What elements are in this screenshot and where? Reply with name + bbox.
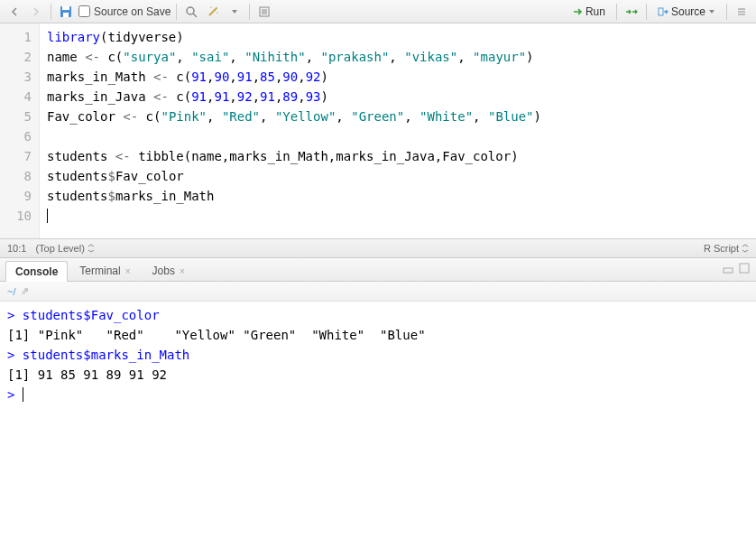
source-button[interactable]: Source: [652, 4, 721, 20]
line-gutter: 12345678910: [0, 23, 40, 238]
separator: [616, 4, 617, 20]
svg-line-5: [209, 8, 217, 15]
close-icon[interactable]: ×: [180, 266, 185, 276]
svg-point-3: [187, 7, 194, 14]
file-type-selector[interactable]: R Script: [704, 243, 749, 254]
tab-jobs-label: Jobs: [152, 265, 175, 277]
editor-statusbar: 10:1 (Top Level) R Script: [0, 238, 756, 258]
source-on-save-checkbox[interactable]: Source on Save: [78, 5, 171, 18]
separator: [176, 4, 177, 20]
source-label: Source: [671, 5, 705, 18]
close-icon[interactable]: ×: [125, 266, 131, 276]
chevron-down-icon: [708, 8, 715, 15]
source-arrow-icon: [658, 6, 668, 17]
working-dir: ~/: [7, 286, 15, 297]
wd-arrow-icon[interactable]: ⇗: [21, 285, 29, 297]
tab-terminal-label: Terminal: [79, 265, 120, 277]
tab-terminal[interactable]: Terminal×: [69, 260, 140, 281]
wand-button[interactable]: [204, 3, 222, 21]
console-output[interactable]: > students$Fav_color[1] "Pink" "Red" "Ye…: [0, 302, 756, 539]
svg-point-7: [211, 6, 213, 8]
rerun-button[interactable]: [622, 3, 641, 21]
editor-pane[interactable]: 12345678910 library(tidyverse)name <- c(…: [0, 23, 756, 238]
console-tabbar: Console Terminal× Jobs×: [0, 258, 756, 282]
svg-point-6: [216, 7, 217, 9]
separator: [249, 4, 250, 20]
separator: [646, 4, 647, 20]
code-area[interactable]: library(tidyverse)name <- c("surya", "sa…: [40, 23, 549, 238]
svg-rect-1: [62, 6, 69, 10]
console-toolbar: ~/ ⇗: [0, 282, 756, 302]
minimize-icon[interactable]: [722, 262, 734, 274]
forward-button[interactable]: [27, 3, 45, 21]
save-button[interactable]: [57, 3, 75, 21]
find-button[interactable]: [182, 3, 200, 21]
svg-line-4: [193, 14, 197, 17]
separator: [726, 4, 727, 20]
tab-console[interactable]: Console: [5, 261, 68, 282]
source-on-save-label: Source on Save: [94, 5, 171, 18]
run-label: Run: [585, 5, 605, 18]
editor-toolbar: Source on Save Run Source: [0, 0, 756, 23]
svg-point-8: [217, 12, 219, 14]
run-button[interactable]: Run: [567, 4, 611, 20]
outline-button[interactable]: [733, 3, 751, 21]
dropdown-arrow[interactable]: [226, 3, 244, 21]
back-button[interactable]: [5, 3, 23, 21]
cursor-position: 10:1: [7, 243, 26, 254]
svg-rect-2: [63, 13, 69, 17]
scope-selector[interactable]: (Top Level): [35, 243, 94, 254]
separator: [51, 4, 51, 20]
svg-rect-13: [659, 8, 663, 15]
maximize-icon[interactable]: [738, 262, 751, 274]
svg-rect-17: [724, 268, 733, 273]
notebook-button[interactable]: [255, 3, 273, 21]
tab-jobs[interactable]: Jobs×: [143, 260, 195, 281]
run-arrow-icon: [572, 6, 583, 17]
svg-rect-18: [740, 264, 749, 273]
tab-console-label: Console: [15, 265, 58, 278]
